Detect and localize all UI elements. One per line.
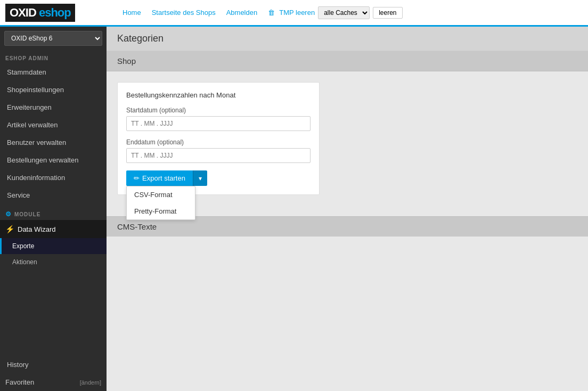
end-date-label: Enddatum (optional) xyxy=(126,139,311,146)
nav-startseite[interactable]: Startseite des Shops xyxy=(152,9,216,17)
sidebar: OXID eShop 6 ESHOP ADMIN Stammdaten Shop… xyxy=(0,27,107,391)
logo-oxid: OXID xyxy=(10,6,36,19)
export-dropdown-toggle[interactable]: ▾ xyxy=(193,170,207,186)
logo-text: OXID eshop xyxy=(5,4,75,22)
end-date-group: Enddatum (optional) xyxy=(126,139,311,163)
nav-links: Home Startseite des Shops Abmelden 🗑 TMP… xyxy=(112,6,583,19)
end-date-input[interactable] xyxy=(126,148,311,163)
sidebar-subitem-exporte[interactable]: Exporte xyxy=(0,238,107,254)
start-date-group: Startdatum (optional) xyxy=(126,107,311,131)
sidebar-item-shopeinstellungen[interactable]: Shopeinstellungen xyxy=(0,81,107,99)
module-section-label: ⚙ MODULE xyxy=(0,206,107,220)
trash-icon: 🗑 xyxy=(268,9,275,17)
tmp-section: 🗑 TMP leeren alle Caches leeren xyxy=(268,6,402,19)
logo-eshop: eshop xyxy=(39,6,71,19)
export-icon: ✏ xyxy=(134,174,140,182)
export-start-button[interactable]: ✏ Export starten xyxy=(126,170,193,186)
shop-select[interactable]: OXID eShop 6 xyxy=(4,31,102,46)
page-header: Kategorien xyxy=(107,27,588,51)
shop-selector: OXID eShop 6 xyxy=(0,27,107,50)
sidebar-item-service[interactable]: Service xyxy=(0,186,107,204)
card-title: Bestellungskennzahlen nach Monat xyxy=(126,91,311,99)
leeren-button[interactable]: leeren xyxy=(373,7,402,19)
export-dropdown-menu: CSV-Format Pretty-Format xyxy=(126,186,195,220)
nav-abmelden[interactable]: Abmelden xyxy=(226,9,258,17)
sidebar-item-kundeninformation[interactable]: Kundeninformation xyxy=(0,169,107,186)
sidebar-item-history[interactable]: History xyxy=(0,356,107,373)
page-title: Kategorien xyxy=(117,33,577,44)
start-date-input[interactable] xyxy=(126,116,311,131)
nav-home[interactable]: Home xyxy=(123,9,141,17)
sidebar-item-stammdaten[interactable]: Stammdaten xyxy=(0,63,107,81)
start-date-label: Startdatum (optional) xyxy=(126,107,311,114)
export-card: Bestellungskennzahlen nach Monat Startda… xyxy=(117,82,320,195)
eshop-admin-label: ESHOP ADMIN xyxy=(0,50,107,63)
module-icon: ⚙ xyxy=(5,210,12,218)
data-wizard-icon: ⚡ xyxy=(5,225,14,233)
export-btn-group: ✏ Export starten ▾ CSV-Format Pretty-For… xyxy=(126,170,311,186)
sidebar-item-artikel[interactable]: Artikel verwalten xyxy=(0,116,107,134)
favoriten-label: Favoriten xyxy=(5,378,34,386)
main-layout: OXID eShop 6 ESHOP ADMIN Stammdaten Shop… xyxy=(0,27,588,391)
dropdown-item-csv[interactable]: CSV-Format xyxy=(127,186,195,203)
content-area: Kategorien Shop Bestellungskennzahlen na… xyxy=(107,27,588,391)
content-body: Bestellungskennzahlen nach Monat Startda… xyxy=(107,71,588,216)
tmp-leeren-link[interactable]: TMP leeren xyxy=(279,9,315,17)
sidebar-item-favoriten[interactable]: Favoriten [ändern] xyxy=(0,373,107,391)
shop-section-header: Shop xyxy=(107,51,588,71)
logo: OXID eshop xyxy=(5,4,112,22)
cache-select[interactable]: alle Caches xyxy=(318,6,370,19)
sidebar-subitem-aktionen[interactable]: Aktionen xyxy=(0,254,107,270)
sidebar-item-erweiterungen[interactable]: Erweiterungen xyxy=(0,99,107,116)
sidebar-item-data-wizard[interactable]: ⚡ Data Wizard xyxy=(0,220,107,238)
dropdown-item-pretty[interactable]: Pretty-Format xyxy=(127,203,195,219)
topbar: OXID eshop Home Startseite des Shops Abm… xyxy=(0,0,588,27)
sidebar-item-bestellungen[interactable]: Bestellungen verwalten xyxy=(0,151,107,169)
sidebar-item-benutzer[interactable]: Benutzer verwalten xyxy=(0,134,107,151)
aendern-link[interactable]: [ändern] xyxy=(80,379,101,386)
